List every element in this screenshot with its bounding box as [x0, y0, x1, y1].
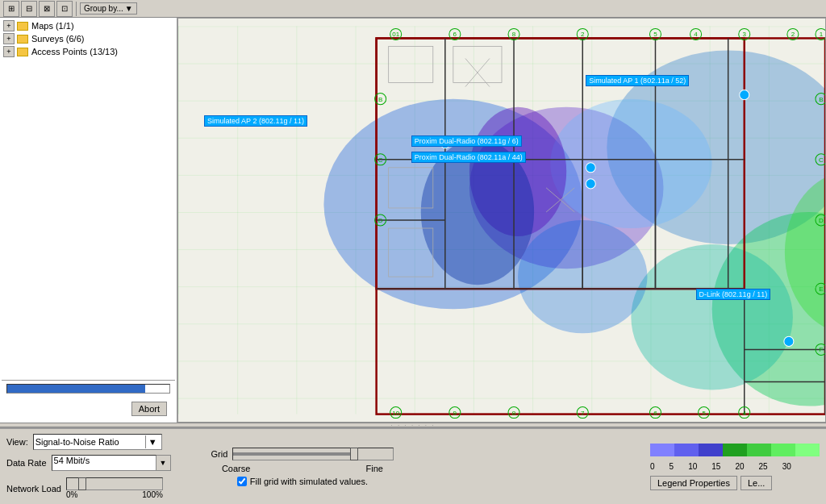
svg-text:B: B — [378, 96, 382, 103]
grid-slider-thumb[interactable] — [350, 448, 358, 460]
fill-checkbox[interactable] — [237, 477, 247, 486]
expand-ap-icon[interactable]: + — [3, 46, 15, 57]
data-rate-arrow-icon[interactable]: ▼ — [156, 455, 171, 471]
maps-label: Maps (1/1) — [31, 21, 74, 31]
floorplan-svg: 01 6 8 2 5 4 3 2 1 B — [178, 19, 825, 422]
load-label-row: 0% 100% — [66, 490, 163, 499]
legend-val-20: 20 — [735, 462, 744, 471]
network-load-row: Network Load 0% 100% — [6, 477, 163, 499]
load-min-label: 0% — [66, 490, 77, 499]
svg-text:B: B — [819, 96, 823, 103]
view-value: Signal-to-Noise Ratio — [35, 437, 119, 447]
legend-val-15: 15 — [711, 462, 720, 471]
sidebar: + Maps (1/1) + Surveys (6/6) + — [0, 18, 177, 423]
svg-point-86 — [440, 139, 450, 148]
legend-val-30: 30 — [782, 462, 791, 471]
folder-ap-icon — [16, 46, 29, 57]
load-slider-thumb[interactable] — [78, 477, 86, 490]
svg-text:C: C — [819, 156, 824, 164]
load-max-label: 100% — [142, 490, 163, 499]
data-rate-select[interactable]: 54 Mbit/s — [52, 455, 156, 471]
svg-text:5: 5 — [653, 31, 657, 38]
svg-point-9 — [421, 140, 534, 285]
grid-slider[interactable] — [232, 448, 394, 460]
top-toolbar: ⊞ ⊟ ⊠ ⊡ Group by... ▼ — [0, 0, 826, 18]
toolbar-btn-3[interactable]: ⊠ — [39, 1, 55, 17]
svg-text:4: 4 — [743, 410, 747, 417]
grid-coarse-label: Coarse — [222, 464, 250, 473]
legend-labels: 0 5 10 15 20 25 30 — [650, 462, 820, 471]
access-points-label: Access Points (13/13) — [31, 47, 118, 56]
app-container: ⊞ ⊟ ⊠ ⊡ Group by... ▼ + Maps (1/1) + — [0, 0, 826, 504]
toolbar-btn-4[interactable]: ⊡ — [56, 1, 73, 17]
sidebar-bottom: Abort — [0, 378, 177, 423]
legend-seg-4 — [723, 444, 747, 456]
surveys-label: Surveys (6/6) — [31, 34, 84, 44]
legend-color-bar — [650, 444, 820, 456]
tree-item-maps[interactable]: + Maps (1/1) — [2, 19, 175, 32]
progress-track — [6, 384, 170, 394]
svg-point-85 — [740, 90, 749, 100]
grid-slider-fill — [233, 452, 353, 456]
svg-text:10: 10 — [392, 410, 399, 417]
svg-text:5: 5 — [702, 410, 706, 417]
main-area: + Maps (1/1) + Surveys (6/6) + — [0, 18, 826, 423]
group-by-button[interactable]: Group by... ▼ — [80, 2, 137, 15]
grid-section: Grid Coarse Fine Fill grid with simulate… — [211, 448, 394, 486]
svg-text:3: 3 — [743, 31, 747, 38]
bottom-bar: View: Signal-to-Noise Ratio ▼ Data Rate … — [0, 427, 826, 504]
legend-val-25: 25 — [759, 462, 768, 471]
grid-slider-row: Grid — [211, 448, 394, 460]
svg-text:8: 8 — [512, 31, 516, 38]
expand-maps-icon[interactable]: + — [3, 20, 15, 31]
legend-seg-7 — [795, 444, 820, 456]
view-control-row: View: Signal-to-Noise Ratio ▼ — [6, 434, 162, 450]
expand-surveys-icon[interactable]: + — [3, 33, 15, 44]
grid-label-row: Coarse Fine — [222, 464, 383, 473]
legend-seg-6 — [771, 444, 795, 456]
fill-checkbox-row: Fill grid with simulated values. — [237, 477, 368, 486]
legend-properties-button[interactable]: Legend Properties — [650, 476, 737, 490]
legend-seg-3 — [699, 444, 723, 456]
svg-text:6: 6 — [653, 410, 657, 417]
grid-label: Grid — [211, 449, 228, 459]
toolbar-btn-2[interactable]: ⊟ — [21, 1, 37, 17]
toolbar-btn-1[interactable]: ⊞ — [3, 1, 19, 17]
svg-point-87 — [586, 163, 595, 173]
data-rate-wrapper: 54 Mbit/s ▼ — [52, 455, 171, 471]
svg-text:C: C — [378, 156, 383, 164]
legend-secondary-button[interactable]: Le... — [740, 476, 772, 490]
svg-point-89 — [784, 336, 794, 346]
network-load-slider[interactable] — [66, 477, 163, 490]
svg-text:2: 2 — [581, 31, 585, 38]
fill-checkbox-label: Fill grid with simulated values. — [250, 477, 368, 486]
group-by-label: Group by... — [84, 4, 123, 13]
legend-val-0: 0 — [650, 462, 655, 471]
map-area[interactable]: 01 6 8 2 5 4 3 2 1 B — [177, 18, 826, 423]
svg-text:4: 4 — [694, 31, 698, 38]
tree-item-access-points[interactable]: + Access Points (13/13) — [2, 45, 175, 58]
svg-text:6: 6 — [453, 31, 457, 38]
legend-btn-row: Legend Properties Le... — [650, 476, 820, 490]
svg-text:9: 9 — [453, 410, 457, 417]
view-label: View: — [6, 437, 28, 447]
folder-maps-icon — [16, 20, 29, 31]
grid-fine-label: Fine — [366, 464, 383, 473]
progress-bar-container — [2, 380, 175, 397]
view-dropdown[interactable]: Signal-to-Noise Ratio ▼ — [33, 434, 162, 450]
tree-item-surveys[interactable]: + Surveys (6/6) — [2, 32, 175, 45]
legend-val-5: 5 — [670, 462, 674, 471]
svg-text:01: 01 — [392, 31, 399, 38]
data-rate-row: Data Rate 54 Mbit/s ▼ — [6, 455, 171, 471]
data-rate-value: 54 Mbit/s — [54, 456, 90, 465]
view-dropdown-arrow-icon: ▼ — [145, 435, 160, 448]
legend-seg-5 — [747, 444, 771, 456]
legend-seg-1 — [650, 444, 674, 456]
abort-button[interactable]: Abort — [131, 402, 167, 416]
svg-point-4 — [550, 99, 712, 228]
network-load-label: Network Load — [6, 484, 61, 494]
svg-text:D: D — [378, 217, 383, 224]
svg-text:D: D — [819, 217, 824, 224]
svg-text:1: 1 — [820, 31, 824, 38]
legend-section: 0 5 10 15 20 25 30 Legend Properties Le.… — [650, 444, 820, 490]
